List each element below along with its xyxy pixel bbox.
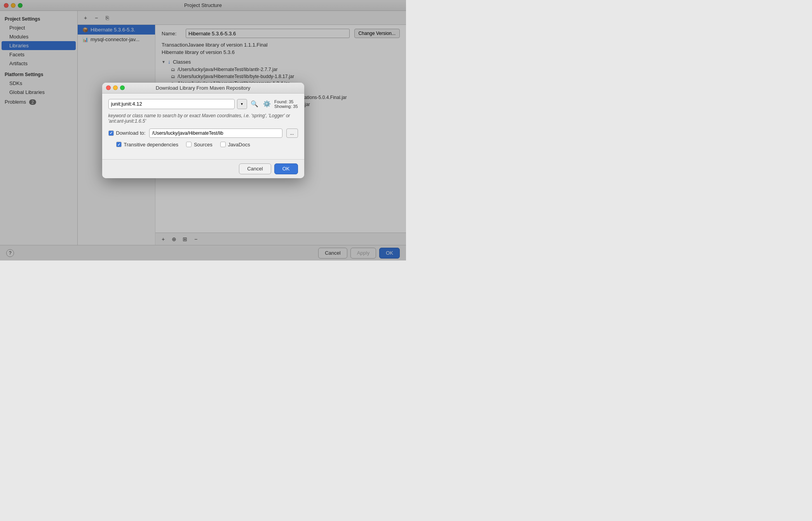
javadocs-checkbox-label[interactable]: JavaDocs [220, 142, 250, 148]
modal-cancel-button[interactable]: Cancel [239, 163, 271, 174]
showing-count: Showing: 35 [274, 104, 298, 109]
browse-button[interactable]: ... [286, 129, 298, 138]
maven-search-input[interactable] [108, 99, 235, 109]
modal-ok-button[interactable]: OK [274, 163, 298, 174]
modal-body: ▾ 🔍 ⚙️ Found: 35 Showing: 35 keyword or … [102, 94, 304, 159]
modal-window-controls [106, 85, 125, 90]
search-button[interactable]: 🔍 [249, 99, 260, 109]
modal-maximize-button[interactable] [120, 85, 125, 90]
modal-title: Download Library From Maven Repository [156, 85, 250, 91]
modal-close-button[interactable] [106, 85, 111, 90]
options-row: ✓ Transitive dependencies Sources JavaDo… [108, 142, 298, 148]
download-to-row: ✓ Download to: ... [108, 129, 298, 138]
search-row: ▾ 🔍 ⚙️ Found: 35 Showing: 35 [108, 99, 298, 109]
download-path-input[interactable] [149, 129, 282, 138]
download-to-checkbox-label[interactable]: ✓ Download to: [108, 130, 146, 136]
modal-footer: Cancel OK [102, 159, 304, 178]
javadocs-checkbox[interactable] [220, 142, 226, 147]
sources-checkbox[interactable] [186, 142, 192, 147]
download-to-checkbox[interactable]: ✓ [108, 130, 114, 136]
found-info: Found: 35 Showing: 35 [274, 99, 298, 109]
found-count: Found: 35 [274, 99, 298, 104]
modal-overlay: Download Library From Maven Repository ▾… [0, 0, 406, 260]
settings-button[interactable]: ⚙️ [262, 99, 272, 109]
sources-checkbox-label[interactable]: Sources [186, 142, 213, 148]
transitive-checkbox[interactable]: ✓ [116, 142, 122, 147]
modal-titlebar: Download Library From Maven Repository [102, 83, 304, 94]
transitive-checkbox-label[interactable]: ✓ Transitive dependencies [116, 142, 178, 148]
hint-text: keyword or class name to search by or ex… [108, 113, 298, 124]
search-dropdown-button[interactable]: ▾ [237, 99, 247, 109]
download-library-modal: Download Library From Maven Repository ▾… [102, 83, 304, 178]
modal-minimize-button[interactable] [113, 85, 118, 90]
